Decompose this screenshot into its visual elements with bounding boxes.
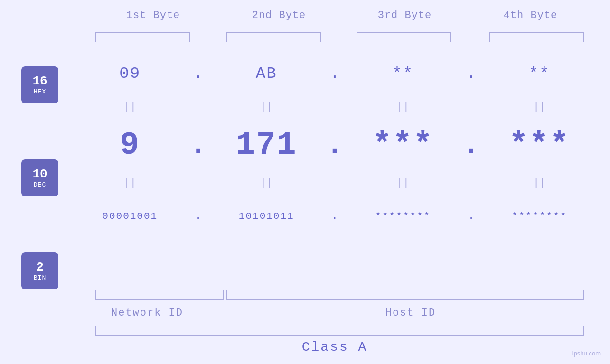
eq1-c3: || [344, 101, 462, 113]
dot-dec-1: . [189, 128, 208, 162]
watermark: ipshu.com [572, 350, 601, 357]
rows-area: 09 . AB . ** . ** || || || || 9 . 171 . … [71, 52, 598, 237]
dec-badge: 10 DEC [21, 159, 58, 196]
bracket-top-3 [357, 32, 451, 42]
bracket-bottom-host [226, 290, 584, 300]
dot-hex-1: . [189, 65, 208, 83]
hex-number: 16 [32, 75, 47, 88]
bracket-bottom-network [95, 290, 224, 300]
class-label: Class A [71, 340, 598, 355]
bin-b2: 10101011 [208, 211, 326, 222]
bin-label: BIN [34, 274, 46, 281]
host-id-label: Host ID [223, 307, 598, 319]
class-bracket [95, 326, 584, 336]
byte1-header: 1st Byte [90, 9, 216, 21]
hex-b4: ** [481, 65, 599, 83]
bin-b4: ******** [481, 211, 599, 222]
bin-b3: ******** [344, 211, 462, 222]
hex-b3: ** [344, 65, 462, 83]
eq1-c1: || [71, 101, 189, 113]
byte3-header: 3rd Byte [342, 9, 468, 21]
bin-number: 2 [36, 261, 44, 274]
dot-bin-1: . [189, 210, 208, 222]
hex-label: HEX [34, 88, 46, 95]
dec-number: 10 [32, 168, 47, 181]
eq1-c2: || [208, 101, 326, 113]
dec-b1: 9 [71, 127, 189, 163]
hex-row: 09 . AB . ** . ** [71, 52, 598, 95]
dot-dec-2: . [325, 128, 344, 162]
dec-row: 9 . 171 . *** . *** [71, 119, 598, 171]
base-labels: 16 HEX 10 DEC 2 BIN [21, 66, 58, 289]
equals-row-1: || || || || [71, 95, 598, 119]
bracket-top-1 [95, 32, 190, 42]
hex-badge: 16 HEX [21, 66, 58, 103]
dec-label: DEC [34, 181, 46, 188]
dec-b3: *** [344, 127, 462, 163]
bin-b1: 00001001 [71, 211, 189, 222]
hex-b1: 09 [71, 65, 189, 83]
byte2-header: 2nd Byte [216, 9, 342, 21]
bracket-top-2 [226, 32, 321, 42]
eq2-c4: || [481, 177, 599, 189]
hex-b2: AB [208, 65, 326, 83]
equals-row-2: || || || || [71, 171, 598, 195]
dec-b4: *** [481, 127, 599, 163]
eq2-c1: || [71, 177, 189, 189]
bin-badge: 2 BIN [21, 252, 58, 289]
bottom-labels: Network ID Host ID [71, 307, 598, 319]
eq2-c2: || [208, 177, 326, 189]
byte4-header: 4th Byte [468, 9, 593, 21]
dot-hex-2: . [325, 65, 344, 83]
dot-bin-3: . [462, 210, 481, 222]
dot-hex-3: . [462, 65, 481, 83]
eq1-c4: || [481, 101, 599, 113]
main-container: 1st Byte 2nd Byte 3rd Byte 4th Byte 16 H… [0, 0, 610, 364]
byte-headers: 1st Byte 2nd Byte 3rd Byte 4th Byte [90, 9, 593, 21]
dot-dec-3: . [462, 128, 481, 162]
eq2-c3: || [344, 177, 462, 189]
network-id-label: Network ID [71, 307, 223, 319]
bracket-top-4 [489, 32, 584, 42]
bin-row: 00001001 . 10101011 . ******** . *******… [71, 195, 598, 237]
dot-bin-2: . [325, 210, 344, 222]
dec-b2: 171 [208, 127, 326, 163]
